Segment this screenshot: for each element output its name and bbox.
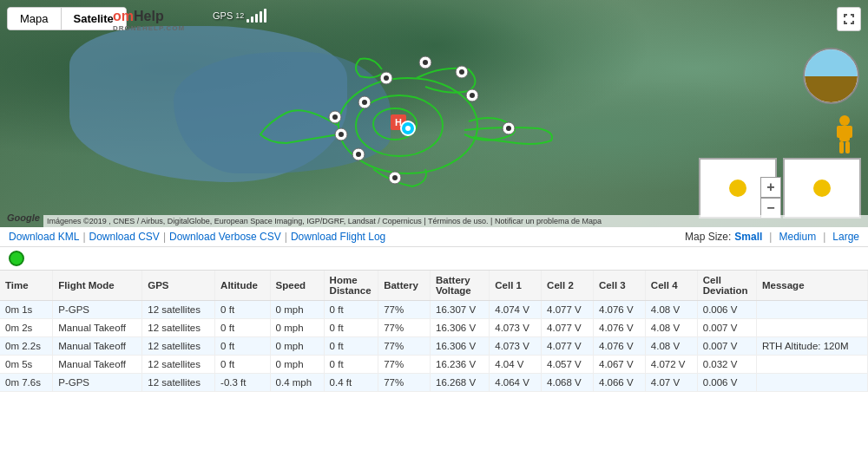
table-body: 0m 1sP-GPS12 satellites0 ft0 mph0 ft77%1… [0, 301, 868, 392]
table-cell: 4.068 V [542, 374, 594, 392]
download-verbose-link[interactable]: Download Verbose CSV [169, 231, 281, 243]
thumbnail-right[interactable] [783, 158, 861, 219]
svg-point-13 [459, 69, 464, 75]
gps-bars [247, 9, 266, 23]
table-container[interactable]: Time Flight Mode GPS Altitude Speed Home… [0, 270, 868, 462]
table-cell: Manual Takeoff [53, 319, 142, 337]
table-cell: 12 satellites [142, 301, 215, 319]
table-row: 0m 7.6sP-GPS12 satellites-0.3 ft0.4 mph0… [0, 374, 868, 392]
table-cell: 0.4 ft [324, 374, 378, 392]
table-cell: -0.3 ft [215, 374, 270, 392]
table-cell: 16.306 V [431, 319, 490, 337]
table-cell: 4.064 V [490, 374, 542, 392]
table-cell: 12 satellites [142, 337, 215, 356]
table-cell [756, 374, 867, 392]
gps-bar-2 [251, 16, 253, 23]
svg-point-23 [332, 114, 338, 120]
table-cell: Manual Takeoff [53, 356, 142, 374]
svg-rect-32 [839, 141, 844, 153]
table-cell: 16.268 V [431, 374, 490, 392]
fullscreen-button[interactable] [837, 7, 861, 31]
table-cell: 4.08 V [645, 337, 697, 356]
table-row: 0m 2sManual Takeoff12 satellites0 ft0 mp… [0, 319, 868, 337]
table-cell: 77% [378, 319, 431, 337]
table-cell: 4.066 V [593, 374, 645, 392]
col-altitude: Altitude [215, 271, 270, 301]
table-cell: 12 satellites [142, 374, 215, 392]
table-cell: 0 mph [270, 356, 324, 374]
table-cell: 0.007 V [697, 337, 756, 356]
svg-rect-33 [845, 141, 850, 153]
map-size-large[interactable]: Large [832, 231, 859, 243]
table-cell: 4.076 V [593, 319, 645, 337]
separator-1: | [82, 231, 85, 243]
table-cell: 0 ft [324, 356, 378, 374]
zoom-in-button[interactable]: + [760, 177, 781, 198]
table-cell: 4.073 V [490, 319, 542, 337]
gps-bar-3 [255, 14, 258, 23]
svg-point-15 [470, 93, 475, 98]
svg-point-28 [839, 115, 850, 126]
table-cell: 4.076 V [593, 301, 645, 319]
map-size-medium[interactable]: Medium [779, 231, 816, 243]
table-header-row: Time Flight Mode GPS Altitude Speed Home… [0, 271, 868, 301]
table-cell: 4.077 V [542, 337, 594, 356]
table-cell: 4.073 V [490, 337, 542, 356]
table-cell: 4.057 V [542, 356, 594, 374]
download-csv-link[interactable]: Download CSV [89, 231, 160, 243]
svg-point-9 [384, 75, 389, 81]
col-cell2: Cell 2 [542, 271, 594, 301]
download-links: Download KML | Download CSV | Download V… [9, 231, 385, 243]
thumbnail-dot-left [729, 180, 746, 197]
col-cell1: Cell 1 [490, 271, 542, 301]
svg-point-7 [362, 100, 367, 105]
table-cell: 0m 2s [0, 319, 53, 337]
col-gps: GPS [142, 271, 215, 301]
table-cell: 0 ft [215, 301, 270, 319]
col-cell3: Cell 3 [593, 271, 645, 301]
map-size-controls: Map Size: Small | Medium | Large [685, 231, 859, 243]
tab-mapa[interactable]: Mapa [8, 8, 62, 29]
download-kml-link[interactable]: Download KML [9, 231, 79, 243]
table-cell: 4.08 V [645, 301, 697, 319]
flight-data-table: Time Flight Mode GPS Altitude Speed Home… [0, 271, 868, 392]
map-size-small[interactable]: Small [734, 231, 762, 243]
table-cell: 4.04 V [490, 356, 542, 374]
download-log-link[interactable]: Download Flight Log [291, 231, 385, 243]
svg-point-27 [405, 126, 411, 131]
person-icon[interactable] [832, 113, 858, 156]
map-attribution: Imágenes ©2019 , CNES / Airbus, DigitalG… [43, 215, 868, 227]
zoom-controls[interactable]: + − [760, 177, 781, 219]
table-cell: 0m 7.6s [0, 374, 53, 392]
compass [803, 48, 859, 104]
table-cell: 4.077 V [542, 301, 594, 319]
table-cell: 16.236 V [431, 356, 490, 374]
svg-point-21 [392, 175, 398, 180]
table-cell: 77% [378, 301, 431, 319]
table-cell: 0.007 V [697, 319, 756, 337]
table-cell: 0 ft [215, 337, 270, 356]
table-cell [756, 319, 867, 337]
table-cell: 0 ft [324, 337, 378, 356]
table-cell: 77% [378, 337, 431, 356]
table-cell: 4.07 V [645, 374, 697, 392]
table-cell: 4.072 V [645, 356, 697, 374]
table-cell: P-GPS [53, 374, 142, 392]
separator-3: | [285, 231, 287, 243]
table-cell: 0 mph [270, 319, 324, 337]
table-cell: 4.08 V [645, 319, 697, 337]
table-cell: 4.076 V [593, 337, 645, 356]
map-tabs[interactable]: Mapa Satelite [7, 7, 127, 30]
table-cell: 16.306 V [431, 337, 490, 356]
col-battery-voltage: Battery Voltage [431, 271, 490, 301]
status-dot [9, 251, 24, 266]
gps-indicator: GPS 12 [213, 9, 266, 23]
map-size-label: Map Size: [685, 231, 731, 243]
table-cell [756, 356, 867, 374]
compass-inner [805, 49, 858, 102]
svg-rect-30 [837, 126, 842, 138]
map-logo: omHelp DRONEHELP.COM [113, 9, 185, 32]
separator-2: | [163, 231, 166, 243]
table-cell: 77% [378, 356, 431, 374]
svg-rect-31 [847, 126, 852, 138]
